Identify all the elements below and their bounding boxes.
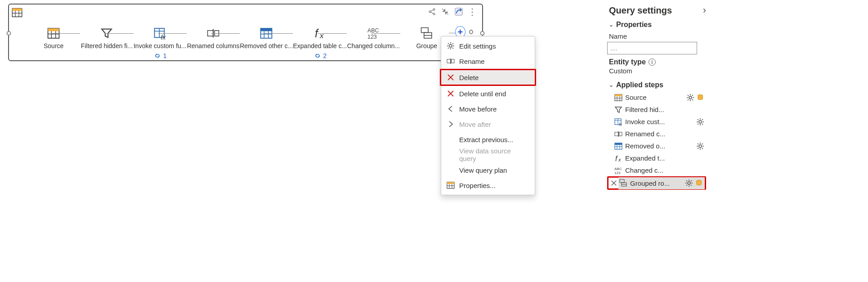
blank-icon (447, 151, 455, 159)
database-icon (696, 179, 703, 187)
canvas-step-renamed[interactable]: Renamed columns (187, 26, 240, 49)
chevron-right-icon[interactable]: › (703, 4, 706, 16)
context-menu-edit[interactable]: Edit settings (441, 38, 535, 54)
canvas-step-invoke[interactable]: Invoke custom fu...1 (134, 26, 187, 59)
context-menu-props[interactable]: Properties... (441, 178, 535, 193)
context-menu-label: Extract previous... (459, 136, 513, 143)
step-label: Removed other c... (240, 42, 293, 49)
table-fx-icon (614, 118, 622, 126)
close-icon[interactable] (610, 179, 617, 187)
applied-step-4[interactable]: Removed o... (607, 140, 706, 152)
group-icon (418, 26, 435, 40)
blank-icon (447, 135, 455, 143)
group-icon (619, 179, 627, 187)
step-label: Invoke custom fu... (134, 42, 187, 49)
context-menu-before[interactable]: Move before (441, 101, 535, 116)
gear-icon[interactable] (686, 94, 694, 102)
context-menu-label: Delete (459, 74, 479, 81)
step-label: Renamed columns (187, 42, 240, 49)
chev-l-icon (447, 105, 455, 113)
table-icon (614, 94, 622, 102)
gear-icon (447, 42, 455, 50)
canvas-frame: ⋮ SourceFiltered hidden fi...Invoke cust… (8, 4, 483, 61)
applied-step-label: Source (625, 94, 684, 101)
applied-step-3[interactable]: Renamed c... (607, 128, 706, 140)
canvas-step-filtered[interactable]: Filtered hidden fi... (80, 26, 133, 49)
context-menu-label: Properties... (459, 182, 496, 189)
canvas-handle-right[interactable] (480, 31, 485, 36)
step-label: Changed column... (347, 42, 400, 49)
table-blue-icon (614, 142, 622, 150)
applied-step-label: Grouped ro... (630, 179, 682, 187)
context-menu-dsq: View data source query (441, 147, 535, 162)
context-menu-extract[interactable]: Extract previous... (441, 132, 535, 147)
rename-icon (614, 130, 622, 138)
context-menu-label: View query plan (459, 166, 507, 174)
properties-section-toggle[interactable]: ⌄Properties (607, 19, 706, 31)
x-red-icon (447, 90, 455, 98)
table-icon (447, 181, 455, 189)
table-icon (12, 7, 22, 18)
context-menu-label: Delete until end (459, 90, 506, 98)
applied-step-label: Filtered hid... (625, 106, 704, 113)
gear-icon[interactable] (696, 142, 704, 150)
abc123-icon (614, 166, 622, 175)
context-menu-rename[interactable]: Rename (441, 54, 535, 69)
applied-step-2[interactable]: Invoke cust... (607, 116, 706, 128)
applied-step-label: Invoke cust... (625, 118, 694, 125)
query-settings-panel: Query settings › ⌄Properties Name Entity… (607, 0, 706, 190)
info-icon[interactable]: i (649, 58, 656, 66)
canvas-step-removed[interactable]: Removed other c... (240, 26, 293, 49)
applied-step-label: Expanded t... (625, 154, 704, 162)
applied-step-label: Changed c... (625, 166, 704, 174)
rename-icon (447, 57, 455, 65)
blank-icon (447, 166, 455, 174)
step-label: Source (44, 42, 63, 49)
entity-type-value: Custom (607, 66, 706, 79)
fx-icon (614, 154, 622, 162)
step-label: Groupe (416, 42, 437, 49)
applied-step-label: Renamed c... (625, 130, 704, 138)
applied-step-5[interactable]: Expanded t... (607, 152, 706, 164)
context-menu-deluntil[interactable]: Delete until end (441, 86, 535, 101)
gear-icon[interactable] (685, 179, 693, 187)
share-icon[interactable] (427, 7, 436, 16)
entity-type-label: Entity type (609, 58, 646, 66)
chev-r-icon (447, 120, 455, 128)
name-input[interactable] (607, 42, 697, 54)
canvas-handle-left[interactable] (7, 31, 11, 36)
canvas-step-expanded[interactable]: Expanded table c...2 (293, 26, 347, 59)
name-label: Name (607, 31, 706, 42)
funnel-icon (614, 106, 622, 114)
kebab-icon[interactable]: ⋮ (468, 7, 477, 16)
canvas-step-changed[interactable]: Changed column... (347, 26, 400, 49)
context-menu-after: Move after (441, 116, 535, 132)
powerquery-icon[interactable] (454, 7, 463, 16)
applied-step-1[interactable]: Filtered hid... (607, 103, 706, 116)
link-badge[interactable]: 1 (153, 52, 167, 59)
canvas-step-source[interactable]: Source (27, 26, 80, 49)
compress-icon[interactable] (441, 7, 450, 16)
applied-steps-toggle[interactable]: ⌄Applied steps (607, 79, 706, 91)
applied-step-6[interactable]: Changed c... (607, 164, 706, 176)
context-menu: Edit settingsRenameDeleteDelete until en… (441, 36, 535, 195)
context-menu-delete[interactable]: Delete (441, 70, 535, 85)
context-menu-label: View data source query (459, 147, 529, 162)
applied-step-0[interactable]: Source (607, 91, 706, 103)
context-menu-label: Rename (459, 58, 485, 65)
applied-step-7[interactable]: Grouped ro... (618, 177, 705, 189)
x-red-icon (447, 73, 455, 81)
context-menu-plan[interactable]: View query plan (441, 162, 535, 178)
panel-title: Query settings (609, 5, 672, 16)
step-label: Expanded table c... (293, 42, 347, 49)
link-badge[interactable]: 2 (313, 52, 327, 59)
step-label: Filtered hidden fi... (81, 42, 133, 49)
applied-step-label: Removed o... (625, 142, 694, 150)
context-menu-label: Edit settings (459, 42, 496, 50)
gear-icon[interactable] (696, 118, 704, 126)
context-menu-label: Move after (459, 121, 491, 128)
context-menu-label: Move before (459, 105, 497, 113)
database-icon (697, 94, 704, 101)
